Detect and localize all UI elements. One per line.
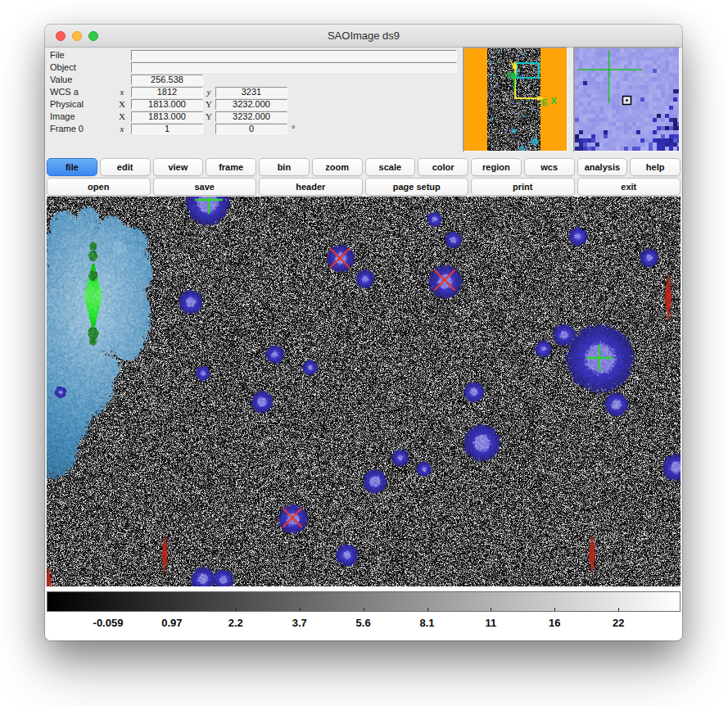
physical-y-field[interactable]: 3232.000 bbox=[215, 99, 287, 110]
file-label: File bbox=[50, 50, 65, 61]
menu-button-row: fileeditviewframebinzoomscalecolorregion… bbox=[47, 158, 681, 177]
info-row-value: Value 256.538 bbox=[45, 75, 463, 85]
wcs-x-field[interactable]: 1812 bbox=[131, 87, 203, 97]
file-menu-button-page-setup[interactable]: page setup bbox=[365, 178, 469, 196]
colorbar-tick bbox=[427, 608, 428, 611]
menu-button-view[interactable]: view bbox=[153, 158, 204, 176]
physical-label: Physical bbox=[50, 99, 84, 110]
colorbar-tick-label: 0.97 bbox=[161, 617, 182, 629]
file-menu-button-print[interactable]: print bbox=[471, 178, 575, 196]
wcs-x-label: x bbox=[117, 87, 127, 97]
image-x-label: X bbox=[117, 111, 127, 122]
colorbar-tick-label: 16 bbox=[549, 617, 560, 629]
menu-button-file[interactable]: file bbox=[47, 158, 97, 176]
physical-y-label: Y bbox=[204, 99, 214, 110]
zoom-window-button[interactable] bbox=[88, 31, 98, 41]
frame-zoom-field[interactable]: 1 bbox=[131, 124, 203, 134]
panner-panel bbox=[463, 47, 568, 152]
colorbar-section: -0.0590.972.23.75.68.1111622 bbox=[45, 586, 682, 640]
sky-image-canvas[interactable] bbox=[47, 197, 681, 586]
info-panel: File Object Value 256.538 WCS a x 1812 y… bbox=[45, 47, 463, 161]
colorbar-tick-label: 22 bbox=[613, 617, 624, 629]
colorbar-tick bbox=[172, 608, 173, 611]
colorbar-tick-label: 2.2 bbox=[228, 617, 243, 629]
colorbar-tick bbox=[618, 608, 619, 611]
degree-suffix: ° bbox=[292, 124, 295, 134]
info-row-physical: Physical X 1813.000 Y 3232.000 bbox=[45, 99, 463, 110]
magnifier-canvas[interactable] bbox=[575, 48, 679, 151]
info-row-object: Object bbox=[45, 62, 463, 73]
menu-button-frame[interactable]: frame bbox=[206, 158, 256, 176]
file-menu-button-exit[interactable]: exit bbox=[577, 178, 681, 196]
colorbar-tick-label: 5.6 bbox=[356, 617, 371, 629]
colorbar-tick bbox=[491, 608, 491, 611]
colorbar-tick bbox=[554, 608, 555, 611]
colorbar-tick-label: 8.1 bbox=[419, 617, 434, 629]
colorbar-tick bbox=[236, 608, 237, 611]
info-row-wcs: WCS a x 1812 y 3231 bbox=[45, 87, 463, 97]
menu-button-analysis[interactable]: analysis bbox=[577, 158, 628, 176]
menu-button-zoom[interactable]: zoom bbox=[312, 158, 363, 176]
object-field[interactable] bbox=[131, 62, 457, 73]
menu-button-region[interactable]: region bbox=[471, 158, 522, 176]
menu-button-edit[interactable]: edit bbox=[100, 158, 151, 176]
close-button[interactable] bbox=[56, 31, 66, 41]
file-field[interactable] bbox=[131, 50, 457, 61]
image-x-field[interactable]: 1813.000 bbox=[131, 111, 203, 122]
frame-label: Frame 0 bbox=[50, 124, 84, 134]
frame-x-label: x bbox=[117, 124, 127, 134]
colorbar-tick bbox=[300, 608, 301, 611]
frame-rotation-field[interactable]: 0 bbox=[215, 124, 287, 134]
wcs-y-label: y bbox=[204, 87, 214, 97]
file-menu-button-row: opensaveheaderpage setupprintexit bbox=[47, 178, 681, 196]
info-row-image: Image X 1813.000 Y 3232.000 bbox=[45, 111, 463, 122]
image-y-field[interactable]: 3232.000 bbox=[215, 111, 287, 122]
colorbar-tick bbox=[364, 608, 364, 611]
file-menu-button-open[interactable]: open bbox=[47, 178, 151, 196]
image-y-label: Y bbox=[204, 111, 214, 122]
value-label: Value bbox=[50, 75, 72, 85]
info-row-frame: Frame 0 x 1 0 ° bbox=[45, 124, 463, 134]
info-row-file: File bbox=[45, 50, 463, 61]
image-label: Image bbox=[50, 111, 75, 122]
magnifier-panel bbox=[573, 47, 681, 152]
menu-button-help[interactable]: help bbox=[630, 158, 681, 176]
menu-button-wcs[interactable]: wcs bbox=[524, 158, 575, 176]
menu-button-color[interactable]: color bbox=[418, 158, 468, 176]
file-menu-button-save[interactable]: save bbox=[153, 178, 257, 196]
colorbar-tick-label: -0.059 bbox=[93, 617, 124, 629]
panner-canvas[interactable] bbox=[464, 48, 567, 151]
colorbar-tick-label: 11 bbox=[486, 617, 497, 629]
window-title: SAOImage ds9 bbox=[45, 25, 682, 47]
value-field[interactable]: 256.538 bbox=[131, 75, 203, 85]
minimize-button[interactable] bbox=[72, 31, 82, 41]
object-label: Object bbox=[50, 62, 76, 73]
file-menu-button-header[interactable]: header bbox=[259, 178, 363, 196]
colorbar-tick bbox=[108, 608, 109, 611]
menu-button-bin[interactable]: bin bbox=[259, 158, 310, 176]
ds9-window: SAOImage ds9 File Object Value 256.538 W… bbox=[45, 25, 682, 640]
colorbar-tick-label: 3.7 bbox=[292, 617, 307, 629]
wcs-y-field[interactable]: 3231 bbox=[215, 87, 287, 97]
physical-x-field[interactable]: 1813.000 bbox=[131, 99, 203, 110]
menu-button-scale[interactable]: scale bbox=[365, 158, 416, 176]
wcs-label: WCS a bbox=[50, 87, 79, 97]
image-display-area bbox=[47, 197, 681, 586]
titlebar[interactable]: SAOImage ds9 bbox=[45, 25, 682, 48]
physical-x-label: X bbox=[117, 99, 127, 110]
